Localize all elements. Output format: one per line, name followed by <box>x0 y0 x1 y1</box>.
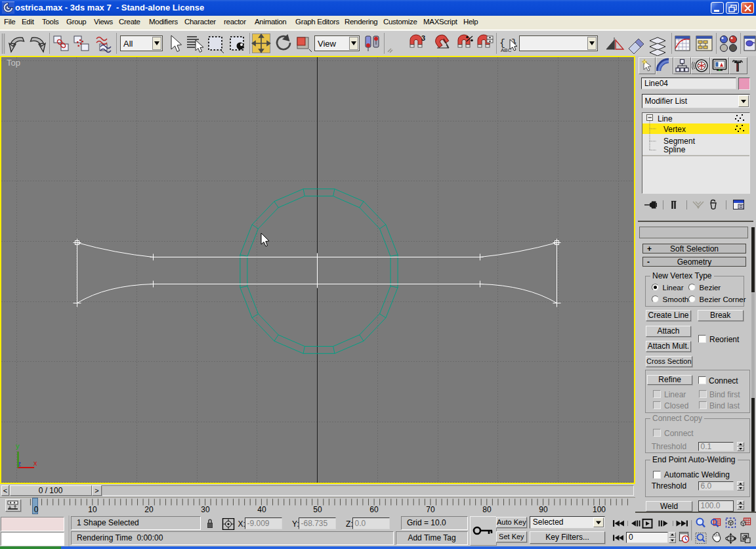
svg-text:All: All <box>123 39 133 49</box>
svg-text:Spline: Spline <box>663 145 686 154</box>
svg-text:10: 10 <box>88 505 97 514</box>
svg-text:y: y <box>16 442 20 450</box>
svg-text:Vertex: Vertex <box>663 125 686 134</box>
svg-text:x: x <box>33 459 37 467</box>
svg-text:Line: Line <box>658 114 673 123</box>
svg-text:100: 100 <box>593 505 606 514</box>
svg-text:70: 70 <box>426 505 435 514</box>
svg-text:80: 80 <box>482 505 492 514</box>
svg-text:20: 20 <box>144 505 154 514</box>
svg-text:30: 30 <box>201 505 210 514</box>
svg-text:60: 60 <box>369 505 379 514</box>
svg-text:50: 50 <box>313 505 322 514</box>
svg-text:3: 3 <box>421 34 425 42</box>
svg-text:0: 0 <box>34 505 39 514</box>
svg-text:90: 90 <box>539 505 548 514</box>
svg-text:Segment: Segment <box>663 137 696 146</box>
svg-text:40: 40 <box>257 505 266 514</box>
svg-text:View: View <box>318 39 337 49</box>
